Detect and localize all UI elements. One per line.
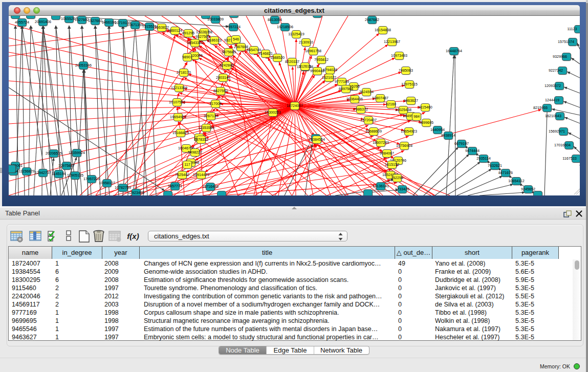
svg-text:12923405: 12923405 bbox=[128, 190, 144, 195]
svg-text:9990448: 9990448 bbox=[310, 69, 324, 73]
svg-text:12093572: 12093572 bbox=[545, 83, 561, 88]
svg-text:1733426: 1733426 bbox=[395, 187, 409, 191]
svg-text:16543362: 16543362 bbox=[187, 40, 203, 45]
svg-text:16782759: 16782759 bbox=[115, 185, 131, 190]
svg-text:10654112: 10654112 bbox=[508, 179, 524, 183]
svg-text:7632621: 7632621 bbox=[488, 163, 502, 168]
svg-text:8813054: 8813054 bbox=[268, 17, 282, 22]
svg-text:9084067: 9084067 bbox=[380, 151, 394, 156]
svg-text:7986372: 7986372 bbox=[354, 107, 368, 112]
svg-text:16914479: 16914479 bbox=[193, 172, 209, 177]
svg-text:12975115: 12975115 bbox=[401, 82, 417, 86]
svg-text:16154838: 16154838 bbox=[375, 28, 391, 32]
svg-text:7955812: 7955812 bbox=[314, 57, 329, 62]
svg-text:19166823: 19166823 bbox=[172, 130, 189, 135]
svg-text:f(x): f(x) bbox=[127, 232, 139, 240]
svg-text:3624554: 3624554 bbox=[359, 90, 374, 94]
svg-text:11123: 11123 bbox=[568, 27, 577, 31]
svg-text:7663822: 7663822 bbox=[155, 25, 169, 30]
svg-text:9245652: 9245652 bbox=[521, 187, 535, 191]
svg-text:16033809: 16033809 bbox=[207, 17, 224, 21]
svg-text:7625402: 7625402 bbox=[175, 172, 189, 177]
svg-text:10671355: 10671355 bbox=[127, 23, 143, 27]
svg-text:15692971: 15692971 bbox=[549, 129, 565, 134]
svg-text:8878352: 8878352 bbox=[194, 137, 208, 142]
svg-text:20364436: 20364436 bbox=[346, 97, 363, 101]
svg-text:9860124: 9860124 bbox=[168, 28, 182, 33]
svg-text:12942737: 12942737 bbox=[35, 170, 51, 175]
svg-text:10807487: 10807487 bbox=[372, 96, 388, 100]
svg-text:17359924: 17359924 bbox=[69, 150, 85, 155]
svg-text:10025438: 10025438 bbox=[395, 107, 411, 112]
svg-text:8220337: 8220337 bbox=[285, 59, 299, 64]
svg-text:16448764: 16448764 bbox=[446, 49, 462, 53]
svg-text:15720407: 15720407 bbox=[360, 118, 377, 122]
svg-text:19654923: 19654923 bbox=[170, 115, 186, 119]
svg-text:11156829: 11156829 bbox=[19, 169, 35, 173]
svg-text:17957223: 17957223 bbox=[83, 177, 100, 181]
svg-text:891295: 891295 bbox=[182, 31, 194, 35]
svg-text:15300263: 15300263 bbox=[265, 110, 281, 115]
svg-text:20206535: 20206535 bbox=[46, 151, 62, 156]
svg-text:19654923: 19654923 bbox=[401, 129, 417, 134]
svg-text:14136141: 14136141 bbox=[373, 184, 389, 188]
svg-text:8186323: 8186323 bbox=[207, 38, 222, 42]
svg-text:9474444: 9474444 bbox=[465, 148, 480, 153]
svg-text:2935114: 2935114 bbox=[476, 156, 490, 161]
svg-text:3267130: 3267130 bbox=[204, 114, 218, 118]
svg-text:4055724: 4055724 bbox=[15, 20, 29, 25]
svg-text:18724007: 18724007 bbox=[287, 103, 303, 108]
svg-text:6679197: 6679197 bbox=[454, 141, 469, 146]
svg-text:8471676: 8471676 bbox=[498, 170, 513, 175]
svg-text:546: 546 bbox=[233, 37, 239, 41]
svg-text:252254: 252254 bbox=[391, 176, 403, 180]
svg-text:5498222: 5498222 bbox=[188, 150, 202, 155]
svg-text:19218506: 19218506 bbox=[277, 25, 293, 29]
svg-text:9777169: 9777169 bbox=[335, 79, 349, 84]
svg-text:1244419: 1244419 bbox=[545, 98, 559, 102]
svg-text:8427552: 8427552 bbox=[213, 89, 228, 93]
svg-text:18607249: 18607249 bbox=[373, 140, 389, 145]
svg-text:984: 984 bbox=[413, 114, 420, 119]
svg-text:1527602: 1527602 bbox=[75, 17, 89, 22]
svg-text:2087682: 2087682 bbox=[365, 17, 379, 22]
svg-text:15716485: 15716485 bbox=[202, 184, 219, 189]
svg-text:10973493: 10973493 bbox=[391, 53, 407, 58]
svg-text:9329966: 9329966 bbox=[553, 54, 567, 59]
svg-text:6794028: 6794028 bbox=[323, 68, 337, 72]
svg-text:12213369: 12213369 bbox=[171, 85, 187, 90]
svg-text:12905135: 12905135 bbox=[67, 173, 83, 178]
svg-text:8938914: 8938914 bbox=[441, 133, 455, 138]
svg-text:1615152: 1615152 bbox=[385, 162, 399, 167]
svg-text:16210643: 16210643 bbox=[545, 114, 561, 118]
svg-text:12353594: 12353594 bbox=[198, 125, 214, 130]
svg-text:1621022: 1621022 bbox=[322, 75, 336, 80]
svg-text:9242845: 9242845 bbox=[220, 63, 234, 68]
svg-text:9463627: 9463627 bbox=[404, 98, 418, 103]
svg-text:19384554: 19384554 bbox=[309, 137, 325, 142]
svg-text:20053346: 20053346 bbox=[75, 63, 92, 68]
svg-text:9657771: 9657771 bbox=[168, 184, 182, 188]
svg-text:20691406: 20691406 bbox=[35, 19, 51, 24]
svg-text:10688609: 10688609 bbox=[365, 129, 382, 134]
svg-text:3875685: 3875685 bbox=[222, 50, 236, 54]
svg-text:10975887: 10975887 bbox=[58, 163, 75, 168]
svg-text:10958107: 10958107 bbox=[99, 181, 115, 185]
svg-text:717004: 717004 bbox=[209, 101, 222, 106]
svg-text:11325419: 11325419 bbox=[288, 32, 304, 36]
svg-text:7485063: 7485063 bbox=[399, 68, 413, 73]
svg-text:1640954: 1640954 bbox=[430, 127, 445, 132]
svg-text:6466160: 6466160 bbox=[102, 20, 116, 25]
svg-text:6897568: 6897568 bbox=[339, 86, 353, 91]
svg-text:19756928: 19756928 bbox=[396, 143, 412, 148]
svg-text:9227342: 9227342 bbox=[549, 68, 563, 73]
svg-text:17016504: 17016504 bbox=[554, 143, 571, 147]
svg-text:1527602: 1527602 bbox=[88, 18, 102, 23]
svg-text:98901: 98901 bbox=[182, 55, 192, 59]
svg-text:16961758: 16961758 bbox=[305, 49, 321, 53]
svg-text:1145194: 1145194 bbox=[52, 171, 66, 176]
svg-text:7357224: 7357224 bbox=[226, 25, 241, 29]
svg-text:2718170: 2718170 bbox=[177, 70, 191, 75]
svg-text:9115460: 9115460 bbox=[418, 105, 432, 110]
svg-text:15751074: 15751074 bbox=[558, 39, 574, 44]
